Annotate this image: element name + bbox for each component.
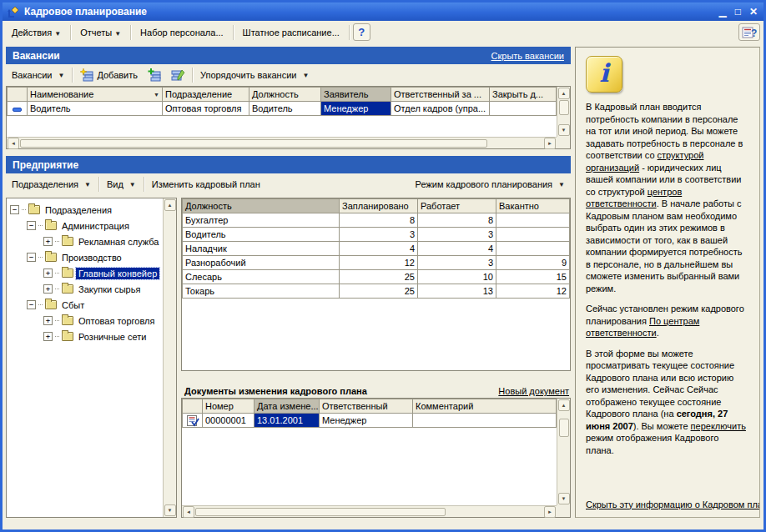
copy-vacancy-button[interactable] xyxy=(144,67,165,83)
table-row[interactable]: Водитель33 xyxy=(183,228,570,242)
menu-actions[interactable]: Действия▼ xyxy=(6,25,67,40)
tree-item-label[interactable]: Администрация xyxy=(59,220,132,232)
order-vacancies-button[interactable]: Упорядочить вакансии▼ xyxy=(196,68,313,82)
column-header[interactable]: Ответственный xyxy=(320,399,413,414)
scrollbar-thumb[interactable] xyxy=(559,419,569,437)
table-cell[interactable]: 3 xyxy=(418,228,496,242)
tree-item-label[interactable]: Главный конвейер xyxy=(76,268,159,279)
close-button[interactable]: ✕ xyxy=(749,7,758,17)
table-cell[interactable] xyxy=(496,242,570,256)
change-plan-button[interactable]: Изменить кадровый план xyxy=(148,178,265,191)
minimize-button[interactable]: ▁ xyxy=(718,7,726,17)
menu-staffing[interactable]: Штатное расписание... xyxy=(237,25,345,40)
table-cell[interactable]: Менеджер xyxy=(321,102,391,116)
table-cell[interactable]: Оптовая торговля xyxy=(163,102,249,116)
column-header[interactable]: Работает xyxy=(418,199,496,213)
table-cell[interactable]: 3 xyxy=(418,256,496,270)
table-cell[interactable]: Водитель xyxy=(28,102,163,116)
tree-item[interactable]: +Розничные сети xyxy=(7,329,163,344)
column-header[interactable]: Наименование▼ xyxy=(28,88,163,102)
form-help-button[interactable]: ? xyxy=(738,23,760,41)
collapse-icon[interactable]: − xyxy=(27,300,36,309)
table-row[interactable]: Слесарь251015 xyxy=(183,270,570,284)
table-cell[interactable]: 4 xyxy=(418,242,496,256)
documents-vertical-scrollbar[interactable]: ▲ ▼ xyxy=(557,399,570,505)
table-cell[interactable]: Отдел кадров (упра... xyxy=(391,102,490,116)
tree-item-label[interactable]: Закупки сырья xyxy=(76,284,143,295)
tree-item[interactable]: +Главный конвейер xyxy=(7,265,163,281)
table-row[interactable]: 0000000113.01.2001Менеджер xyxy=(183,414,557,428)
table-cell[interactable]: 12 xyxy=(496,284,570,299)
tree-item-label[interactable]: Сбыт xyxy=(59,299,87,311)
column-header[interactable]: Подразделение xyxy=(163,88,249,102)
table-cell[interactable]: 25 xyxy=(340,270,418,284)
column-header[interactable]: Должность xyxy=(249,88,321,102)
collapse-icon[interactable]: − xyxy=(27,221,36,230)
vacancies-menu-button[interactable]: Вакансии▼ xyxy=(8,68,68,82)
hide-vacancies-link[interactable]: Скрыть вакансии xyxy=(491,51,564,61)
table-row[interactable]: Бухгалтер88 xyxy=(183,213,570,228)
table-cell[interactable]: 13 xyxy=(418,284,496,299)
new-document-link[interactable]: Новый документ xyxy=(498,386,569,396)
table-cell[interactable]: 3 xyxy=(340,228,418,242)
planning-mode-button[interactable]: Режим кадрового планирования▼ xyxy=(411,178,569,191)
table-cell[interactable]: Разнорабочий xyxy=(183,256,340,270)
column-header[interactable]: Заявитель xyxy=(321,88,391,102)
column-header[interactable]: Номер xyxy=(203,399,254,414)
vacancies-vertical-scrollbar[interactable]: ▲ ▼ xyxy=(557,87,570,137)
table-cell[interactable]: 8 xyxy=(340,213,418,228)
scrollbar-thumb[interactable] xyxy=(559,100,569,115)
column-header[interactable]: Вакантно xyxy=(496,199,570,213)
table-row[interactable]: Разнорабочий1239 xyxy=(183,256,570,270)
tree-item[interactable]: +Оптовая торговля xyxy=(7,313,163,329)
scroll-down-icon[interactable]: ▼ xyxy=(558,493,570,504)
scroll-left-icon[interactable]: ◄ xyxy=(8,138,19,149)
table-cell[interactable]: 4 xyxy=(340,242,418,256)
column-header[interactable]: Должность xyxy=(183,199,340,213)
table-cell[interactable] xyxy=(496,213,570,228)
table-cell[interactable]: 00000001 xyxy=(203,414,254,428)
subdivisions-menu-button[interactable]: Подразделения▼ xyxy=(8,178,95,191)
table-cell[interactable]: Наладчик xyxy=(183,242,340,256)
scroll-up-icon[interactable]: ▲ xyxy=(164,199,176,211)
menu-reports[interactable]: Отчеты▼ xyxy=(74,25,127,40)
tree-item-label[interactable]: Подразделения xyxy=(43,204,114,216)
tree-item[interactable]: +Рекламная служба xyxy=(7,233,163,249)
table-row[interactable]: Токарь251312 xyxy=(183,284,570,299)
scroll-up-icon[interactable]: ▲ xyxy=(558,399,570,411)
table-cell[interactable]: Водитель xyxy=(249,102,321,116)
scroll-right-icon[interactable]: ► xyxy=(544,138,556,149)
collapse-icon[interactable]: − xyxy=(27,253,36,262)
info-link[interactable]: переключить xyxy=(691,421,746,431)
expand-icon[interactable]: + xyxy=(43,237,53,246)
column-header[interactable]: Закрыть д... xyxy=(490,88,557,102)
table-row[interactable]: ВодительОптовая торговляВодительМенеджер… xyxy=(8,102,557,116)
column-header[interactable]: Запланировано xyxy=(340,199,418,213)
add-vacancy-button[interactable]: Добавить xyxy=(76,67,142,83)
table-cell[interactable]: 8 xyxy=(418,213,496,228)
expand-icon[interactable]: + xyxy=(43,284,53,294)
tree-vertical-scrollbar[interactable]: ▲ ▼ xyxy=(163,198,176,517)
documents-horizontal-scrollbar[interactable]: ◄ ► xyxy=(182,505,557,517)
scrollbar-thumb[interactable] xyxy=(20,139,487,148)
scroll-down-icon[interactable]: ▼ xyxy=(164,504,176,516)
tree-item[interactable]: −Производство xyxy=(7,249,163,265)
collapse-icon[interactable]: − xyxy=(10,205,19,214)
scroll-up-icon[interactable]: ▲ xyxy=(558,88,570,99)
table-cell[interactable]: Слесарь xyxy=(183,270,340,284)
tree-item[interactable]: −Подразделения xyxy=(7,202,163,218)
table-cell[interactable]: 9 xyxy=(496,256,570,270)
table-cell[interactable]: Токарь xyxy=(183,284,340,299)
table-cell[interactable] xyxy=(490,102,557,116)
column-header[interactable]: Ответственный за ... xyxy=(391,88,490,102)
expand-icon[interactable]: + xyxy=(43,332,53,341)
table-cell[interactable]: Бухгалтер xyxy=(183,213,340,228)
scroll-left-icon[interactable]: ◄ xyxy=(183,506,194,518)
table-cell[interactable]: 12 xyxy=(340,256,418,270)
menu-recruitment[interactable]: Набор персонала... xyxy=(134,25,229,40)
table-cell[interactable]: 10 xyxy=(418,270,496,284)
scroll-right-icon[interactable]: ► xyxy=(544,506,556,518)
table-row[interactable]: Наладчик44 xyxy=(183,242,570,256)
column-header[interactable]: Комментарий xyxy=(413,399,557,414)
tree-item-label[interactable]: Рекламная служба xyxy=(76,236,161,248)
